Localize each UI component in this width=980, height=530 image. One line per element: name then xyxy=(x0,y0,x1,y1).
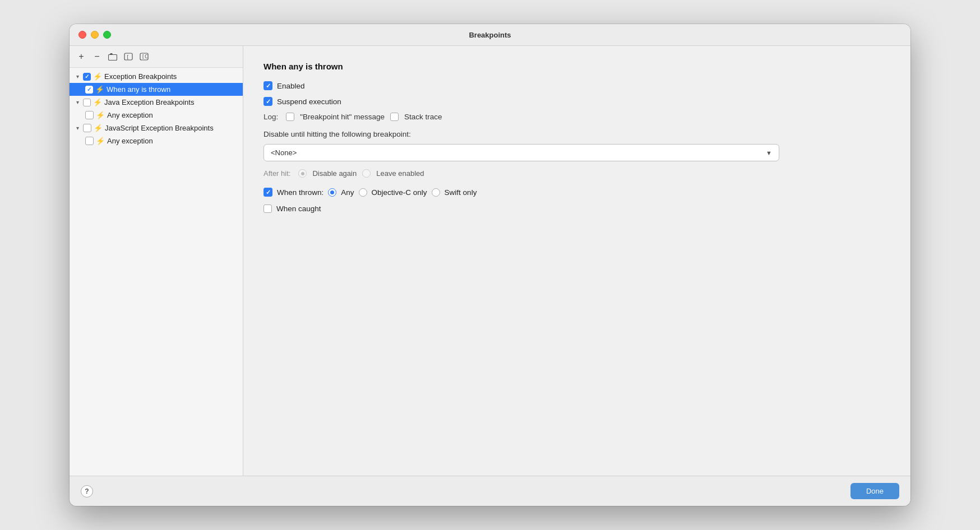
when-thrown-label: When thrown: xyxy=(277,188,323,197)
close-button[interactable] xyxy=(78,31,86,39)
enabled-label: Enabled xyxy=(277,82,305,90)
maximize-button[interactable] xyxy=(103,31,111,39)
when-caught-checkbox[interactable] xyxy=(264,204,272,213)
row-when-any-thrown[interactable]: ⚡ When any is thrown xyxy=(70,83,243,96)
bolt-icon-when-any-thrown: ⚡ xyxy=(95,85,104,94)
label-exception-breakpoints: Exception Breakpoints xyxy=(104,72,177,81)
suspend-label: Suspend execution xyxy=(277,97,341,106)
main-panel: When any is thrown Enabled Suspend execu… xyxy=(243,46,910,476)
remove-breakpoint-button[interactable]: − xyxy=(91,50,103,63)
log-label: Log: xyxy=(264,113,278,121)
after-hit-label: After hit: xyxy=(264,169,290,178)
radio-swift-only[interactable] xyxy=(432,188,440,197)
log-stack-trace-label: Stack trace xyxy=(404,113,442,121)
row-any-exception-js[interactable]: ⚡ Any exception xyxy=(70,134,243,147)
when-thrown-row: When thrown: Any Objective-C only Swift … xyxy=(264,188,890,197)
svg-text:[ ]: [ ] xyxy=(126,54,133,60)
checkbox-javascript-exception-breakpoints[interactable] xyxy=(83,124,91,132)
log-breakpoint-hit-label: "Breakpoint hit" message xyxy=(300,113,385,121)
minimize-button[interactable] xyxy=(91,31,99,39)
checkbox-java-exception-breakpoints[interactable] xyxy=(83,99,91,106)
enabled-row: Enabled xyxy=(264,81,890,90)
when-caught-label: When caught xyxy=(276,204,321,213)
radio-leave-enabled[interactable] xyxy=(362,169,371,178)
after-hit-row: After hit: Disable again Leave enabled xyxy=(264,169,890,178)
svg-rect-0 xyxy=(109,55,117,61)
content-area: + − [ ] [C] xyxy=(70,46,910,476)
traffic-lights xyxy=(78,31,111,39)
radio-leave-enabled-label: Leave enabled xyxy=(376,169,424,178)
checkbox-when-any-thrown[interactable] xyxy=(85,86,93,94)
disable-until-row: Disable until hitting the following brea… xyxy=(264,130,890,161)
folder-button[interactable] xyxy=(107,50,119,63)
bolt-icon-any-java: ⚡ xyxy=(96,111,105,119)
sidebar-toolbar: + − [ ] [C] xyxy=(70,46,243,68)
checkbox-any-exception-js[interactable] xyxy=(85,137,94,145)
disable-until-label: Disable until hitting the following brea… xyxy=(264,130,890,138)
chevron-java-exception: ▾ xyxy=(74,99,81,105)
bottom-bar: ? Done xyxy=(70,476,910,506)
when-thrown-checkbox[interactable] xyxy=(264,188,272,197)
bolt-icon-exception: ⚡ xyxy=(93,72,102,81)
label-any-exception-java: Any exception xyxy=(107,111,153,119)
radio-objc-only-label: Objective-C only xyxy=(372,188,427,197)
breakpoints-window: Breakpoints + − [ ] xyxy=(70,24,910,506)
sidebar-list: ▾ ⚡ Exception Breakpoints ⚡ When any is … xyxy=(70,68,243,476)
bracket-button[interactable]: [ ] xyxy=(122,50,135,63)
group-javascript-exception-breakpoints: ▾ ⚡ JavaScript Exception Breakpoints ⚡ A… xyxy=(70,122,243,147)
suspend-row: Suspend execution xyxy=(264,97,890,106)
checkbox-any-exception-java[interactable] xyxy=(85,111,94,119)
done-button[interactable]: Done xyxy=(850,483,899,499)
label-javascript-exception-breakpoints: JavaScript Exception Breakpoints xyxy=(105,124,214,132)
group-java-exception-breakpoints-row[interactable]: ▾ ⚡ Java Exception Breakpoints xyxy=(70,96,243,109)
log-row: Log: "Breakpoint hit" message Stack trac… xyxy=(264,113,890,121)
bolt-icon-any-js: ⚡ xyxy=(96,137,105,145)
add-breakpoint-button[interactable]: + xyxy=(75,50,87,63)
suspend-checkbox[interactable] xyxy=(264,97,272,106)
group-javascript-exception-breakpoints-row[interactable]: ▾ ⚡ JavaScript Exception Breakpoints xyxy=(70,122,243,134)
label-when-any-thrown: When any is thrown xyxy=(107,85,170,94)
when-caught-row: When caught xyxy=(264,204,890,213)
radio-swift-only-label: Swift only xyxy=(445,188,477,197)
svg-text:[C]: [C] xyxy=(142,54,149,59)
dropdown-value: <None> xyxy=(271,148,297,157)
c-filter-button[interactable]: [C] xyxy=(138,50,150,63)
label-java-exception-breakpoints: Java Exception Breakpoints xyxy=(104,98,194,106)
label-any-exception-js: Any exception xyxy=(107,137,153,145)
group-java-exception-breakpoints: ▾ ⚡ Java Exception Breakpoints ⚡ Any exc… xyxy=(70,96,243,122)
help-button[interactable]: ? xyxy=(81,485,93,498)
radio-objc-only[interactable] xyxy=(359,188,367,197)
bolt-icon-javascript: ⚡ xyxy=(94,124,103,132)
chevron-exception-breakpoints: ▾ xyxy=(74,73,81,80)
dropdown-arrow-icon: ▼ xyxy=(766,150,772,156)
log-breakpoint-hit-checkbox[interactable] xyxy=(286,113,294,121)
title-bar: Breakpoints xyxy=(70,24,910,46)
checkbox-exception-breakpoints[interactable] xyxy=(83,73,91,81)
group-exception-breakpoints: ▾ ⚡ Exception Breakpoints ⚡ When any is … xyxy=(70,70,243,96)
row-any-exception-java[interactable]: ⚡ Any exception xyxy=(70,109,243,122)
log-stack-trace-checkbox[interactable] xyxy=(390,113,399,121)
radio-disable-again-label: Disable again xyxy=(312,169,357,178)
sidebar: + − [ ] [C] xyxy=(70,46,243,476)
radio-disable-again[interactable] xyxy=(298,169,307,178)
disable-until-dropdown[interactable]: <None> ▼ xyxy=(264,144,779,161)
enabled-checkbox[interactable] xyxy=(264,81,272,90)
radio-any-label: Any xyxy=(341,188,354,197)
bolt-icon-java: ⚡ xyxy=(93,98,102,106)
window-title: Breakpoints xyxy=(469,31,511,39)
group-exception-breakpoints-row[interactable]: ▾ ⚡ Exception Breakpoints xyxy=(70,70,243,83)
chevron-javascript-exception: ▾ xyxy=(74,125,81,131)
radio-any[interactable] xyxy=(328,188,336,197)
section-title: When any is thrown xyxy=(264,62,890,71)
